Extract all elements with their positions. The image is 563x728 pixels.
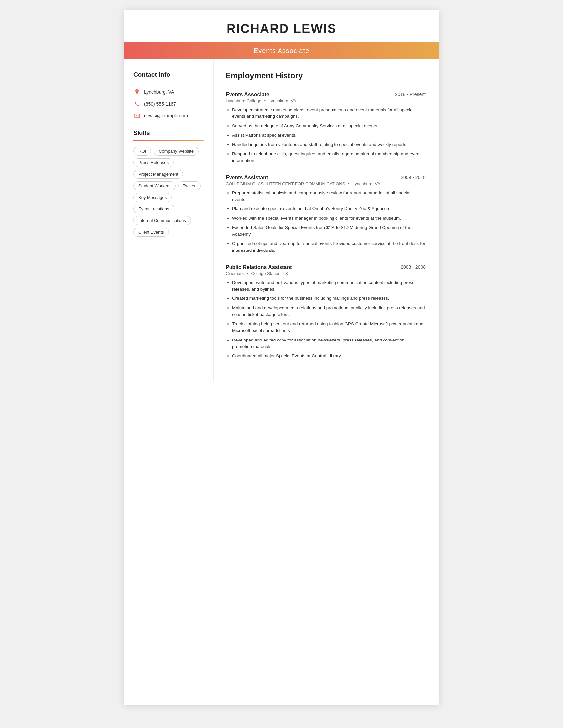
job-company: Cinemark • College Station, TX [225,271,426,276]
job-dates: 2003 - 2008 [401,264,426,270]
candidate-name: RICHARD LEWIS [137,22,426,36]
email-icon [133,112,141,119]
skill-tag: Company Website [154,147,199,156]
job-company: Lynchburg College • Lynchburg, VA [225,98,426,103]
job-bullet: Organized set ups and clean-up for speci… [232,240,426,254]
job-bullet: Developed, write and edit various types … [232,279,426,293]
job-bullet: Plan and execute special events held at … [232,205,426,212]
job-bullet: Served as the delegate of Army Community… [232,123,426,129]
job-bullet: Created marketing tools for the business… [232,295,426,302]
skill-tag: Key Messages [133,193,171,202]
job-bullet: Track clothing being sent out and return… [232,321,426,334]
job-bullet: Respond to telephone calls, guest inquir… [232,151,426,164]
job-header: Events Assistant2009 - 2018 [225,175,426,181]
candidate-title: Events Associate [254,47,309,55]
employment-title: Employment History [225,71,426,80]
contact-location: Lynchburg, VA [133,88,204,96]
skill-tag: ROI [133,147,151,156]
job-bullet: Developed strategic marketing plans, eve… [232,107,426,120]
contact-title: Contact Info [133,71,204,78]
job-title: Events Associate [225,92,269,98]
job-title: Public Relations Assistant [225,264,292,270]
job-dates: 2018 - Present [395,92,426,97]
job-dates: 2009 - 2018 [401,175,426,180]
skills-divider [133,140,204,141]
contact-email-text: rlewis@example.com [144,113,188,118]
skill-tag: Press Releases [133,158,173,167]
job-bullet: Assist Patrons at special events. [232,132,426,139]
job-bullets: Developed, write and edit various types … [225,279,426,360]
skills-tags-container: ROICompany WebsitePress ReleasesProject … [133,147,204,237]
job-bullet: Maintained and developed media relations… [232,305,426,318]
contact-location-text: Lynchburg, VA [144,89,174,95]
skill-tag: Client Events [133,228,169,237]
job-entry: Events Assistant2009 - 2018COLLEGIUM GLA… [225,175,426,254]
job-title: Events Assistant [225,175,268,181]
job-bullets: Developed strategic marketing plans, eve… [225,107,426,164]
job-company: COLLEGIUM GLASHUTTEN CENT FOR COMMUNICAT… [225,181,426,186]
job-bullet: Handled inquiries from volunteers and st… [232,141,426,148]
skill-tag: Internal Communications [133,216,191,225]
skill-tag: Student Workers [133,181,175,190]
job-header: Events Associate2018 - Present [225,92,426,98]
employment-divider [225,84,426,84]
contact-phone-text: (850) 555-1167 [144,101,176,107]
skill-tag: Project Management [133,170,183,179]
contact-section: Contact Info Lynchburg, VA [133,71,204,119]
job-bullet: Exceeded Sales Goals for Special Events … [232,224,426,238]
skills-section: Skills ROICompany WebsitePress ReleasesP… [133,129,204,237]
contact-phone: (850) 555-1167 [133,100,204,108]
resume-header: RICHARD LEWIS [124,10,439,36]
skill-tag: Twitter [178,181,201,190]
resume-body: Contact Info Lynchburg, VA [124,59,439,382]
sidebar: Contact Info Lynchburg, VA [124,59,213,382]
skill-tag: Event Locations [133,205,174,213]
skills-title: Skills [133,129,204,137]
contact-email: rlewis@example.com [133,112,204,119]
job-bullet: Developed and edited copy for associatio… [232,337,426,350]
phone-icon [133,100,141,108]
job-bullets: Prepared statistical analysis and compre… [225,190,426,254]
job-bullet: Prepared statistical analysis and compre… [232,190,426,203]
jobs-container: Events Associate2018 - PresentLynchburg … [225,92,426,359]
job-entry: Public Relations Assistant2003 - 2008Cin… [225,264,426,360]
resume-container: RICHARD LEWIS Events Associate Contact I… [124,10,439,705]
main-content: Employment History Events Associate2018 … [213,59,439,382]
job-bullet: Coordinated all major Special Events at … [232,353,426,359]
job-header: Public Relations Assistant2003 - 2008 [225,264,426,270]
job-bullet: Worked with the special events manager i… [232,215,426,222]
title-bar: Events Associate [124,42,439,59]
contact-divider [133,82,204,82]
location-icon [133,88,141,96]
svg-rect-0 [135,114,140,118]
job-entry: Events Associate2018 - PresentLynchburg … [225,92,426,164]
